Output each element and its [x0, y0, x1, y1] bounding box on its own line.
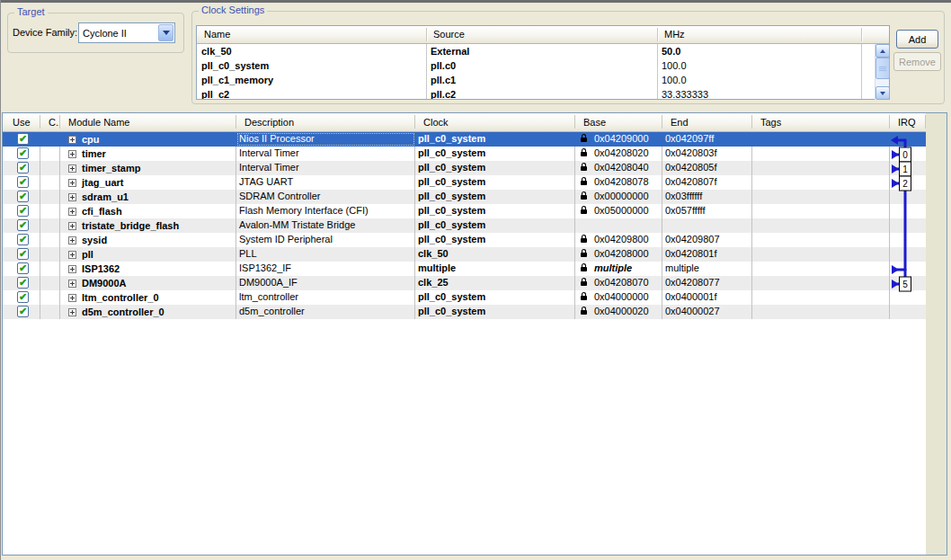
expand-plus-icon[interactable] — [68, 136, 76, 144]
module-tags — [752, 218, 890, 233]
connections-cell — [40, 147, 60, 161]
clock-row[interactable]: pll_c1_memorypll.c1100.0 — [197, 73, 875, 87]
use-checkbox[interactable]: ✔ — [17, 219, 29, 231]
expand-plus-icon[interactable] — [68, 294, 76, 302]
module-name: cfi_flash — [82, 205, 122, 218]
check-icon: ✔ — [19, 175, 27, 189]
module-irq-cell — [890, 247, 926, 262]
module-clock[interactable]: pll_c0_system — [415, 204, 575, 218]
module-row-cfi_flash[interactable]: ✔cfi_flashFlash Memory Interface (CFI)pl… — [3, 204, 926, 218]
clock-row[interactable]: pll_c2pll.c233.333333 — [197, 87, 875, 99]
use-checkbox[interactable]: ✔ — [17, 277, 29, 289]
use-checkbox[interactable]: ✔ — [17, 191, 29, 202]
module-description: ltm_controller — [236, 290, 415, 305]
module-description: Avalon-MM Tristate Bridge — [236, 218, 415, 233]
module-col-module-name: Module Name — [60, 113, 236, 131]
target-group-title: Target — [14, 6, 48, 17]
module-table-rows: ✔cpuNios II Processorpll_c0_system0x0420… — [3, 132, 926, 319]
expand-plus-icon[interactable] — [68, 236, 76, 244]
expand-plus-icon[interactable] — [68, 280, 76, 288]
use-checkbox[interactable]: ✔ — [17, 147, 29, 159]
clock-table-header: NameSourceMHz — [197, 26, 889, 44]
add-button[interactable]: Add — [896, 30, 938, 49]
module-clock[interactable]: pll_c0_system — [415, 175, 575, 190]
module-name: sysid — [82, 234, 107, 247]
module-clock[interactable]: pll_c0_system — [415, 233, 575, 247]
clock-row[interactable]: pll_c0_systempll.c0100.0 — [197, 58, 875, 73]
use-checkbox[interactable]: ✔ — [17, 162, 29, 173]
scroll-down-button[interactable] — [875, 86, 890, 100]
module-irq-cell — [890, 262, 926, 276]
module-row-cpu[interactable]: ✔cpuNios II Processorpll_c0_system0x0420… — [3, 132, 926, 147]
module-tags — [752, 276, 890, 290]
module-name: timer_stamp — [82, 162, 140, 175]
expand-plus-icon[interactable] — [68, 179, 76, 187]
use-checkbox[interactable]: ✔ — [17, 205, 29, 217]
connections-cell — [40, 175, 60, 190]
module-clock[interactable]: pll_c0_system — [415, 161, 575, 175]
remove-button[interactable]: Remove — [893, 52, 941, 71]
target-groupbox: Target Device Family: Cyclone II — [7, 13, 184, 53]
expand-plus-icon[interactable] — [68, 208, 76, 216]
use-checkbox[interactable]: ✔ — [17, 248, 29, 260]
module-clock[interactable]: multiple — [415, 262, 575, 276]
module-base: 0x04209800 — [579, 233, 649, 246]
connections-cell — [40, 161, 60, 175]
check-icon: ✔ — [19, 190, 27, 203]
module-row-pll[interactable]: ✔pllPLLclk_500x042080000x0420801f — [3, 247, 926, 262]
module-clock[interactable]: pll_c0_system — [415, 218, 575, 233]
module-clock[interactable]: pll_c0_system — [415, 290, 575, 305]
module-base: 0x04209000 — [579, 132, 649, 146]
expand-plus-icon[interactable] — [68, 164, 76, 173]
module-clock[interactable]: pll_c0_system — [415, 190, 575, 204]
clock-settings-table: NameSourceMHz clk_50External50.0pll_c0_s… — [196, 25, 890, 100]
expand-plus-icon[interactable] — [68, 308, 76, 316]
use-checkbox[interactable]: ✔ — [17, 133, 29, 145]
connections-cell — [40, 276, 60, 290]
expand-plus-icon[interactable] — [68, 150, 76, 158]
module-row-tristate_bridge_flash[interactable]: ✔tristate_bridge_flashAvalon-MM Tristate… — [3, 218, 926, 233]
connections-cell — [40, 290, 60, 305]
module-row-d5m_controller_0[interactable]: ✔d5m_controller_0d5m_controllerpll_c0_sy… — [3, 305, 926, 319]
module-clock[interactable]: clk_50 — [415, 247, 575, 262]
module-clock[interactable]: pll_c0_system — [415, 305, 575, 319]
clock-table-scrollbar[interactable] — [875, 44, 889, 100]
scroll-thumb[interactable] — [875, 58, 890, 79]
module-description: DM9000A_IF — [236, 276, 415, 290]
clock-mhz: 100.0 — [662, 73, 687, 87]
scroll-up-button[interactable] — [875, 44, 890, 58]
module-row-jtag_uart[interactable]: ✔jtag_uartJTAG UARTpll_c0_system0x042080… — [3, 175, 926, 190]
check-icon: ✔ — [19, 247, 27, 261]
module-row-sysid[interactable]: ✔sysidSystem ID Peripheralpll_c0_system0… — [3, 233, 926, 247]
module-clock[interactable]: pll_c0_system — [415, 147, 575, 161]
module-tags — [752, 147, 890, 161]
module-row-timer[interactable]: ✔timerInterval Timerpll_c0_system0x04208… — [3, 147, 926, 161]
module-name: sdram_u1 — [82, 191, 129, 204]
module-clock[interactable]: pll_c0_system — [415, 132, 575, 147]
module-row-sdram_u1[interactable]: ✔sdram_u1SDRAM Controllerpll_c0_system0x… — [3, 190, 926, 204]
module-row-ISP1362[interactable]: ✔ISP1362ISP1362_IFmultiplemultiplemultip… — [3, 262, 926, 276]
device-family-dropdown-button[interactable] — [158, 24, 173, 41]
check-icon: ✔ — [19, 204, 27, 218]
use-checkbox[interactable]: ✔ — [17, 234, 29, 245]
use-checkbox[interactable]: ✔ — [17, 291, 29, 303]
expand-plus-icon[interactable] — [68, 222, 76, 230]
clock-row[interactable]: clk_50External50.0 — [197, 44, 875, 58]
expand-plus-icon[interactable] — [68, 193, 76, 201]
module-row-timer_stamp[interactable]: ✔timer_stampInterval Timerpll_c0_system0… — [3, 161, 926, 175]
clock-source: pll.c0 — [431, 58, 456, 73]
use-checkbox[interactable]: ✔ — [17, 306, 29, 317]
module-irq-cell — [890, 204, 926, 218]
use-checkbox[interactable]: ✔ — [17, 176, 29, 188]
expand-plus-icon[interactable] — [68, 265, 76, 273]
check-icon: ✔ — [19, 276, 27, 289]
module-row-DM9000A[interactable]: ✔DM9000ADM9000A_IFclk_250x042080700x0420… — [3, 276, 926, 290]
use-checkbox[interactable]: ✔ — [17, 262, 29, 274]
module-row-ltm_controller_0[interactable]: ✔ltm_controller_0ltm_controllerpll_c0_sy… — [3, 290, 926, 305]
module-clock[interactable]: clk_25 — [415, 276, 575, 290]
clock-source: pll.c2 — [431, 87, 456, 99]
module-end: 0x04000027 — [662, 305, 752, 319]
clock-mhz: 100.0 — [662, 58, 687, 73]
expand-plus-icon[interactable] — [68, 251, 76, 259]
device-family-select[interactable]: Cyclone II — [78, 22, 175, 43]
